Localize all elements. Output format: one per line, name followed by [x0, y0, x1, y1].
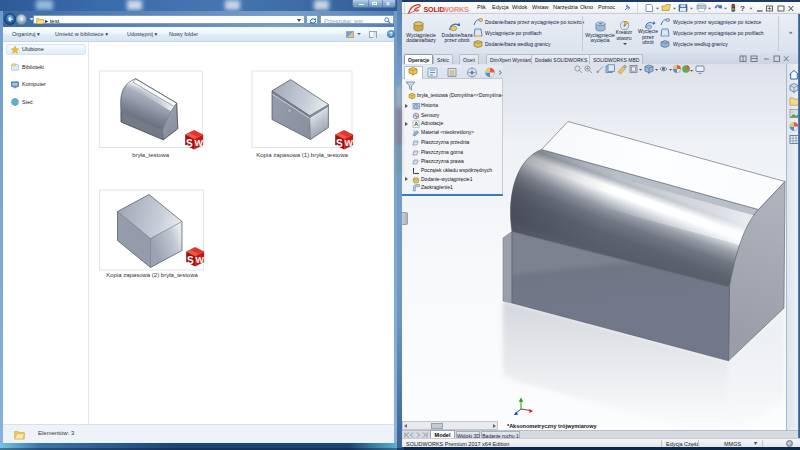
svg-text:A: A: [414, 121, 419, 127]
svg-text:bryła_testowa: bryła_testowa: [132, 152, 170, 158]
svg-text:W: W: [194, 138, 203, 148]
svg-text:?: ?: [740, 4, 745, 13]
svg-text:S: S: [186, 138, 193, 149]
svg-text:Kopia zapasowa (2) bryła_test: Kopia zapasowa (2) bryła_testowa: [106, 272, 198, 278]
svg-text:Kopia zapasowa (1) bryła_test: Kopia zapasowa (1) bryła_testowa: [256, 152, 348, 158]
